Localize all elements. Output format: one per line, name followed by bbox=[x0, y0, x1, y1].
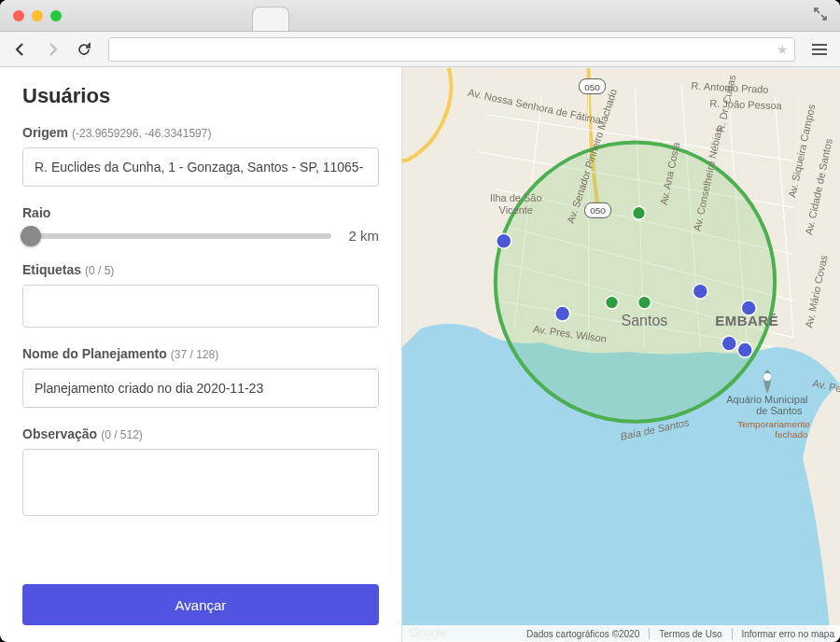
reload-button[interactable] bbox=[71, 36, 97, 63]
map-attribution: Dados cartográficos ©2020 bbox=[526, 629, 639, 639]
radius-circle bbox=[496, 142, 775, 421]
planning-name-input[interactable] bbox=[22, 369, 379, 408]
traffic-lights bbox=[13, 10, 62, 21]
observation-field: Observação (0 / 512) bbox=[22, 426, 379, 516]
forward-button[interactable] bbox=[39, 36, 65, 63]
maximize-window-button[interactable] bbox=[50, 10, 62, 21]
radius-slider-thumb[interactable] bbox=[21, 226, 41, 246]
origin-input[interactable] bbox=[22, 147, 379, 187]
svg-point-9 bbox=[737, 342, 752, 357]
svg-point-2 bbox=[606, 296, 619, 309]
svg-point-1 bbox=[632, 206, 645, 219]
radius-value: 2 km bbox=[348, 228, 379, 244]
bookmark-star-icon[interactable]: ★ bbox=[777, 42, 789, 57]
minimize-window-button[interactable] bbox=[32, 10, 43, 21]
radius-label: Raio bbox=[22, 205, 50, 220]
planning-name-counter: (37 / 128) bbox=[171, 348, 218, 361]
origin-coords: (-23.9659296, -46.3341597) bbox=[72, 127, 211, 140]
route-shield-050-top: 050 bbox=[580, 79, 606, 94]
submit-button[interactable]: Avançar bbox=[22, 584, 379, 625]
label-embare: EMBARÉ bbox=[715, 313, 778, 328]
map-panel[interactable]: 050 050 Santos EMBARÉ Ilha de SãoVicente… bbox=[401, 67, 840, 642]
origin-field: Origem (-23.9659296, -46.3341597) bbox=[22, 125, 379, 187]
browser-window: ★ Usuários Origem (-23.9659296, -46.3341… bbox=[0, 0, 840, 642]
observation-label: Observação bbox=[22, 426, 97, 441]
browser-tab[interactable] bbox=[252, 7, 289, 31]
tags-counter: (0 / 5) bbox=[85, 264, 114, 277]
tags-input[interactable] bbox=[22, 285, 379, 328]
window-titlebar bbox=[0, 0, 840, 32]
observation-counter: (0 / 512) bbox=[101, 428, 143, 441]
svg-point-26 bbox=[763, 373, 771, 381]
content-area: Usuários Origem (-23.9659296, -46.334159… bbox=[0, 67, 840, 642]
planning-name-label: Nome do Planejamento bbox=[22, 346, 167, 361]
tags-label: Etiquetas bbox=[22, 262, 81, 277]
svg-point-3 bbox=[637, 296, 651, 309]
svg-text:050: 050 bbox=[590, 205, 606, 216]
expand-icon[interactable] bbox=[814, 7, 827, 24]
map-report-link[interactable]: Informar erro no mapa bbox=[742, 629, 835, 639]
observation-textarea[interactable] bbox=[22, 449, 379, 516]
back-button[interactable] bbox=[7, 36, 34, 63]
svg-text:050: 050 bbox=[584, 82, 600, 92]
radius-field: Raio 2 km bbox=[22, 205, 379, 244]
svg-point-6 bbox=[693, 284, 707, 299]
sidebar-form: Usuários Origem (-23.9659296, -46.334159… bbox=[0, 67, 401, 642]
close-window-button[interactable] bbox=[13, 10, 24, 21]
planning-name-field: Nome do Planejamento (37 / 128) bbox=[22, 346, 379, 408]
map-terms-link[interactable]: Termos de Uso bbox=[659, 629, 721, 639]
svg-point-5 bbox=[555, 306, 570, 321]
tags-field: Etiquetas (0 / 5) bbox=[22, 262, 379, 328]
radius-slider[interactable] bbox=[22, 233, 331, 239]
map-footer: Dados cartográficos ©2020 Termos de Uso … bbox=[402, 625, 840, 642]
page-title: Usuários bbox=[22, 84, 379, 108]
menu-button[interactable] bbox=[806, 36, 833, 63]
svg-point-4 bbox=[497, 233, 511, 248]
route-shield-050-mid: 050 bbox=[585, 202, 611, 217]
svg-point-8 bbox=[721, 336, 736, 351]
map-canvas[interactable]: 050 050 Santos EMBARÉ Ilha de SãoVicente… bbox=[402, 67, 840, 642]
origin-label: Origem bbox=[22, 125, 68, 140]
label-santos: Santos bbox=[622, 313, 668, 328]
browser-toolbar: ★ bbox=[0, 32, 840, 67]
url-bar[interactable]: ★ bbox=[108, 37, 795, 62]
